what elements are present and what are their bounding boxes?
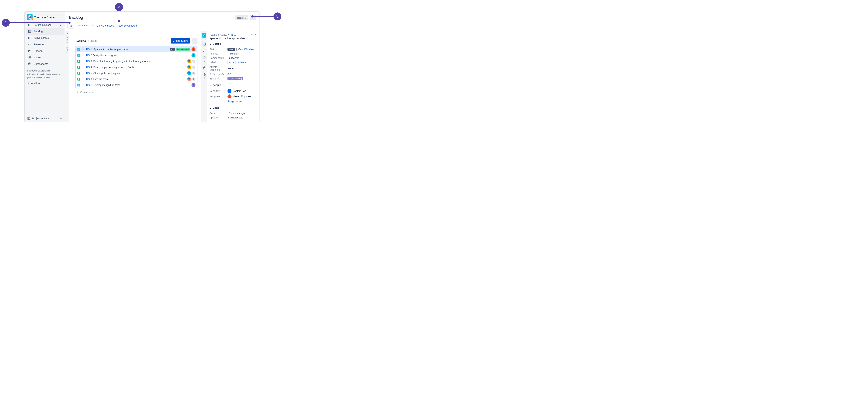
issue-title: Spaceship tracker app updates (209, 37, 257, 40)
more-icon[interactable]: ⋯ (251, 33, 253, 36)
story-type-icon (78, 60, 80, 63)
annotation-dot-2 (118, 20, 120, 22)
sidebar-item-label: Active sprints (34, 36, 49, 39)
sidebar-item-backlog[interactable]: Backlog (26, 28, 64, 35)
count-pill: 1 (192, 66, 195, 69)
board-dropdown[interactable]: Board⌄ (236, 15, 248, 20)
epics-tab[interactable]: Epics (65, 45, 69, 55)
chevron-down-icon: ⌄ (245, 16, 247, 19)
issue-key[interactable]: TIS-10 (86, 83, 93, 86)
details-section-header[interactable]: ⌄Details (209, 42, 257, 45)
components-value[interactable]: Spaceship (227, 57, 239, 59)
search-input[interactable] (67, 23, 74, 29)
breadcrumb-project[interactable]: Teams in Space (209, 33, 227, 36)
sidebar-item-reports[interactable]: Reports (26, 48, 64, 54)
breadcrumb-key[interactable]: TIS-1 (229, 33, 236, 36)
versions-tab[interactable]: Versions (65, 31, 69, 45)
people-section-header[interactable]: ⌄People (209, 83, 257, 86)
app-frame: ⟨⟩ Teams in Space Scrum in Space ⌄ Backl… (24, 11, 259, 122)
backlog-more-button[interactable]: ⋯ (192, 38, 197, 44)
issue-row[interactable]: ^TIS-4Send the pre-landing report to Ear… (75, 64, 197, 70)
sidebar-item-label: Components (34, 63, 48, 65)
version-badge: 8.0 (170, 48, 175, 50)
count-pill: 5 (192, 77, 195, 81)
close-icon[interactable]: ✕ (255, 33, 257, 36)
epic-badge: Mars Landing (176, 48, 190, 50)
quick-filter-recently-updated[interactable]: Recently Updated (117, 24, 137, 27)
fix-value[interactable]: 8.0 (227, 73, 231, 76)
create-sprint-button[interactable]: Create Sprint (171, 38, 190, 43)
collapse-sidebar-icon[interactable]: ≪ (60, 117, 63, 120)
story-type-icon (78, 72, 80, 75)
sidebar-item-issues[interactable]: Issues (26, 54, 64, 61)
issue-key[interactable]: TIS-5 (86, 72, 92, 75)
issue-key[interactable]: TIS-2 (86, 54, 92, 57)
project-settings-link[interactable]: Project settings (32, 117, 50, 120)
sidebar-item-active-sprints[interactable]: Active sprints (26, 35, 64, 41)
assign-to-me-link[interactable]: Assign to me (227, 100, 242, 103)
content-area: Versions Epics Backlog 7 issues Create S… (65, 31, 259, 122)
annotation-line-1 (10, 23, 69, 23)
issue-row[interactable]: ✓≡TIS-1Spaceship tracker app updates8.0M… (75, 46, 197, 53)
add-link[interactable]: ＋ Add link (27, 81, 63, 85)
label-software[interactable]: software (237, 61, 247, 64)
priority-high-icon: ^ (82, 84, 84, 86)
assignee-avatar: 👤 (187, 71, 191, 75)
avatar: 👤 (227, 95, 231, 98)
issue-row[interactable]: ✓^TIS-10Complete ignition tests👤 (75, 82, 197, 88)
filter-bar: Quick Filters: Only My Issues Recently U… (65, 20, 259, 31)
issue-row[interactable]: ^TIS-6Hire the team👤5 (75, 76, 197, 82)
issue-key[interactable]: TIS-4 (86, 66, 92, 69)
sidebar-item-components[interactable]: Components (26, 61, 64, 67)
annotation-line-2 (119, 11, 119, 21)
issue-row-right: 👤1 (187, 59, 195, 63)
rail-comments-icon[interactable] (202, 56, 206, 60)
issue-row-right: 👤5 (187, 77, 195, 81)
labels-label: Labels: (209, 61, 227, 64)
issue-summary: Send the pre-landing report to Earth (93, 66, 134, 69)
rail-attachments-icon[interactable] (202, 65, 206, 70)
create-issue-link[interactable]: ＋ Create issue (75, 91, 197, 94)
dp-actions: ⋯ ✕ (251, 33, 257, 36)
updated-value: 3 minutes ago (227, 116, 243, 119)
create-issue-label: Create issue (80, 91, 94, 94)
reporter-label: Reporter: (209, 90, 227, 93)
annotation-2: 2 (115, 3, 123, 11)
quick-filter-my-issues[interactable]: Only My Issues (97, 24, 114, 27)
assignee-avatar: 👤 (187, 65, 191, 69)
project-avatar: ⟨⟩ (27, 14, 33, 20)
issue-row[interactable]: ✓^TIS-2Verify the landing site👤 (75, 53, 197, 58)
priority-medium-icon: ≡ (82, 48, 84, 50)
issue-key[interactable]: TIS-3 (86, 60, 92, 63)
dates-section-header[interactable]: ⌄Dates (209, 106, 257, 109)
left-rail: Versions Epics (65, 31, 69, 122)
issue-row[interactable]: ^TIS-3Enter the landing trajectory into … (75, 58, 197, 64)
assignee-label: Assignee: (209, 95, 227, 98)
view-workflow-link[interactable]: View Workflow (238, 48, 254, 51)
task-type-icon: ✓ (78, 54, 80, 57)
issue-key[interactable]: TIS-6 (86, 78, 92, 80)
gear-icon (28, 62, 31, 66)
rail-info-icon[interactable] (202, 42, 206, 46)
issue-key[interactable]: TIS-1 (86, 48, 92, 51)
svg-rect-8 (28, 32, 31, 33)
svg-rect-32 (203, 73, 204, 74)
components-label: Component/s: (209, 57, 227, 59)
issue-row[interactable]: ^TIS-5Cleanup the landing site👤2 (75, 70, 197, 76)
sidebar-item-label: Reports (34, 49, 42, 53)
svg-point-16 (29, 64, 30, 65)
issue-row-right: 👤1 (187, 65, 195, 69)
main: Backlog Board⌄ Quick Filters: Only My Is… (65, 11, 259, 122)
label-rocket[interactable]: rocket (227, 61, 236, 64)
status-label: Status: (209, 48, 227, 51)
rail-subtasks-icon[interactable] (202, 72, 206, 76)
epic-value[interactable]: Mars Landing (227, 77, 243, 80)
chevron-down-icon: ⌄ (60, 24, 62, 26)
affects-label: Affects Version/s: (209, 66, 227, 71)
issue-summary: Hire the team (93, 78, 108, 80)
issue-row-right: 👤2 (187, 71, 195, 75)
rail-description-icon[interactable] (202, 49, 206, 53)
svg-rect-6 (28, 30, 31, 31)
sidebar-item-releases[interactable]: Releases (26, 41, 64, 48)
quick-filters-label: Quick Filters: (77, 25, 94, 27)
